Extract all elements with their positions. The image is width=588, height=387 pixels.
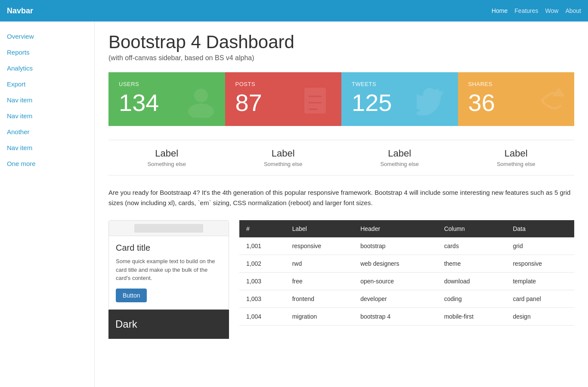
sidebar-item-another[interactable]: Another bbox=[0, 124, 94, 140]
label-title-1: Label bbox=[115, 148, 218, 159]
cell-column: coding bbox=[437, 290, 506, 308]
page-title: Bootstrap 4 Dashboard bbox=[108, 32, 574, 52]
stat-card-posts: POSTS 87 bbox=[225, 72, 342, 126]
cell-label: free bbox=[285, 273, 354, 290]
navbar-link-home[interactable]: Home bbox=[492, 7, 508, 14]
table-row: 1,003frontenddevelopercodingcard panel bbox=[239, 290, 574, 308]
col-header-column: Column bbox=[437, 220, 506, 237]
cell-num: 1,003 bbox=[239, 290, 285, 308]
cell-num: 1,001 bbox=[239, 237, 285, 255]
card: Card title Some quick example text to bu… bbox=[108, 220, 229, 310]
table-row: 1,003freeopen-sourcedownloadtemplate bbox=[239, 273, 574, 290]
shares-icon bbox=[533, 83, 567, 123]
label-title-4: Label bbox=[465, 148, 568, 159]
cell-data: card panel bbox=[506, 290, 574, 308]
label-cell-2: Label Something else bbox=[225, 140, 342, 175]
navbar-link-about[interactable]: About bbox=[565, 7, 581, 14]
stat-cards: USERS 134 POSTS 87 bbox=[108, 72, 574, 126]
sidebar-item-overview[interactable]: Overview bbox=[0, 28, 94, 44]
table-wrapper: # Label Header Column Data 1,001responsi… bbox=[239, 220, 574, 339]
card-image-inner bbox=[134, 224, 203, 233]
label-sub-2: Something else bbox=[232, 161, 335, 167]
label-sub-1: Something else bbox=[115, 161, 218, 167]
cell-num: 1,002 bbox=[239, 255, 285, 273]
navbar-links: Home Features Wow About bbox=[492, 7, 581, 14]
table-row: 1,002rwdweb designersthemeresponsive bbox=[239, 255, 574, 273]
sidebar-item-navitem-2[interactable]: Nav item bbox=[0, 108, 94, 124]
col-header-data: Data bbox=[506, 220, 574, 237]
sidebar: Overview Reports Analytics Export Nav it… bbox=[0, 22, 95, 387]
card-button[interactable]: Button bbox=[116, 289, 147, 302]
label-sub-4: Something else bbox=[465, 161, 568, 167]
label-title-3: Label bbox=[348, 148, 451, 159]
cell-column: mobile-first bbox=[437, 308, 506, 326]
sidebar-item-analytics[interactable]: Analytics bbox=[0, 60, 94, 76]
label-title-2: Label bbox=[232, 148, 335, 159]
users-icon bbox=[184, 83, 218, 123]
card-body: Card title Some quick example text to bu… bbox=[109, 236, 229, 309]
cell-data: grid bbox=[506, 237, 574, 255]
stat-card-shares: SHARES 36 bbox=[458, 72, 575, 126]
cell-header: bootstrap bbox=[353, 237, 437, 255]
label-cell-1: Label Something else bbox=[108, 140, 225, 175]
page-wrapper: Overview Reports Analytics Export Nav it… bbox=[0, 22, 588, 387]
col-header-header: Header bbox=[353, 220, 437, 237]
cell-column: theme bbox=[437, 255, 506, 273]
dark-card-body: Dark bbox=[108, 310, 229, 339]
data-table: # Label Header Column Data 1,001responsi… bbox=[239, 220, 574, 326]
table-row: 1,004migrationbootstrap 4mobile-firstdes… bbox=[239, 308, 574, 326]
stat-card-tweets: TWEETS 125 bbox=[341, 72, 458, 126]
svg-point-0 bbox=[194, 89, 208, 102]
card-column: Card title Some quick example text to bu… bbox=[108, 220, 229, 339]
label-row: Label Something else Label Something els… bbox=[108, 140, 574, 175]
cell-data: template bbox=[506, 273, 574, 290]
tweets-icon bbox=[417, 83, 451, 123]
cell-data: responsive bbox=[506, 255, 574, 273]
cell-num: 1,003 bbox=[239, 273, 285, 290]
dark-card: Dark bbox=[108, 310, 229, 339]
bottom-section: Card title Some quick example text to bu… bbox=[108, 220, 574, 339]
card-image-placeholder bbox=[109, 221, 229, 236]
navbar-brand: Navbar bbox=[7, 6, 33, 15]
posts-icon bbox=[300, 83, 334, 123]
cell-label: frontend bbox=[285, 290, 354, 308]
sidebar-item-navitem-1[interactable]: Nav item bbox=[0, 92, 94, 108]
cell-column: download bbox=[437, 273, 506, 290]
navbar-link-features[interactable]: Features bbox=[514, 7, 538, 14]
table-row: 1,001responsivebootstrapcardsgrid bbox=[239, 237, 574, 255]
page-subtitle: (with off-canvas sidebar, based on BS v4… bbox=[108, 54, 574, 62]
sidebar-item-export[interactable]: Export bbox=[0, 76, 94, 92]
label-sub-3: Something else bbox=[348, 161, 451, 167]
cell-label: rwd bbox=[285, 255, 354, 273]
sidebar-item-navitem-3[interactable]: Nav item bbox=[0, 140, 94, 156]
cell-header: developer bbox=[353, 290, 437, 308]
dark-card-title: Dark bbox=[115, 318, 222, 330]
cell-data: design bbox=[506, 308, 574, 326]
cell-header: open-source bbox=[353, 273, 437, 290]
sidebar-item-onemore[interactable]: One more bbox=[0, 156, 94, 172]
card-title: Card title bbox=[116, 243, 222, 253]
label-cell-4: Label Something else bbox=[458, 140, 575, 175]
navbar-link-wow[interactable]: Wow bbox=[545, 7, 559, 14]
cell-column: cards bbox=[437, 237, 506, 255]
label-cell-3: Label Something else bbox=[341, 140, 458, 175]
svg-point-1 bbox=[188, 104, 214, 118]
body-text: Are you ready for Bootstraap 4? It's the… bbox=[108, 187, 574, 208]
table-header-row: # Label Header Column Data bbox=[239, 220, 574, 237]
cell-header: web designers bbox=[353, 255, 437, 273]
navbar: Navbar Home Features Wow About bbox=[0, 0, 588, 22]
main-content: Bootstrap 4 Dashboard (with off-canvas s… bbox=[95, 22, 588, 387]
col-header-num: # bbox=[239, 220, 285, 237]
stat-card-users: USERS 134 bbox=[108, 72, 225, 126]
col-header-label: Label bbox=[285, 220, 354, 237]
cell-header: bootstrap 4 bbox=[353, 308, 437, 326]
card-text: Some quick example text to build on the … bbox=[116, 257, 222, 283]
cell-num: 1,004 bbox=[239, 308, 285, 326]
sidebar-item-reports[interactable]: Reports bbox=[0, 44, 94, 60]
cell-label: migration bbox=[285, 308, 354, 326]
cell-label: responsive bbox=[285, 237, 354, 255]
